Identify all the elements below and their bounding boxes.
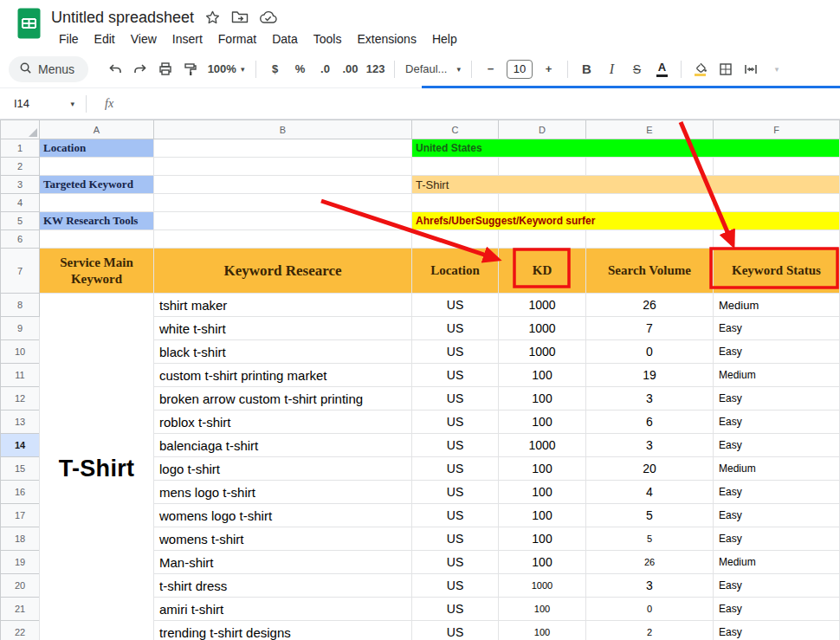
more-formats-button[interactable]: 123 xyxy=(364,57,387,81)
select-all-corner[interactable] xyxy=(1,120,40,139)
strikethrough-button[interactable]: S xyxy=(625,57,649,81)
borders-button[interactable] xyxy=(714,57,737,81)
cell-empty[interactable] xyxy=(40,158,154,176)
cell-location[interactable]: US xyxy=(412,387,499,411)
merge-cells-button[interactable] xyxy=(739,57,762,81)
cell-keyword[interactable]: balenciaga t-shirt xyxy=(154,434,412,457)
cell-location[interactable]: US xyxy=(412,411,499,434)
cell-kd[interactable]: 100 xyxy=(499,598,586,621)
cell-status[interactable]: Medium xyxy=(714,294,840,317)
cell-main-keyword-merged[interactable]: T-Shirt xyxy=(40,294,154,640)
cell-volume[interactable]: 20 xyxy=(586,457,714,481)
document-title[interactable]: Untitled spreadsheet xyxy=(51,9,194,27)
cell-keyword[interactable]: logo t-shirt xyxy=(154,457,412,481)
cell-empty[interactable] xyxy=(499,194,586,212)
italic-button[interactable]: I xyxy=(600,57,624,81)
column-header-a[interactable]: A xyxy=(40,120,154,139)
cell-volume[interactable]: 19 xyxy=(586,364,714,387)
merge-options-dropdown[interactable]: ▾ xyxy=(764,57,787,81)
cell-location[interactable]: US xyxy=(412,527,499,551)
header-service-main-keyword[interactable]: Service Main Keyword xyxy=(40,249,154,294)
row-header-5[interactable]: 5 xyxy=(1,212,40,230)
cell-kd[interactable]: 100 xyxy=(499,504,586,527)
column-header-c[interactable]: C xyxy=(412,120,499,139)
cell-targeted-keyword-value[interactable]: T-Shirt xyxy=(412,176,840,194)
column-header-e[interactable]: E xyxy=(586,120,714,139)
cell-kd[interactable]: 100 xyxy=(499,387,586,411)
cell-kd[interactable]: 100 xyxy=(499,457,586,481)
row-header-14-selected[interactable]: 14 xyxy=(1,434,40,457)
cell-volume[interactable]: 2 xyxy=(586,621,714,640)
cell-kd[interactable]: 1000 xyxy=(499,317,586,340)
menu-file[interactable]: File xyxy=(51,29,87,48)
cell-empty[interactable] xyxy=(586,194,714,212)
increase-decimal-button[interactable]: .00 xyxy=(339,57,362,81)
cell-empty[interactable] xyxy=(154,194,412,212)
cell-empty[interactable] xyxy=(714,230,840,249)
row-header-21[interactable]: 21 xyxy=(1,598,40,621)
cell-location-value[interactable]: United States xyxy=(412,139,840,158)
cell-volume[interactable]: 7 xyxy=(586,317,714,340)
cell-kd[interactable]: 1000 xyxy=(499,434,586,457)
currency-format-button[interactable]: $ xyxy=(263,57,287,81)
cell-volume[interactable]: 0 xyxy=(586,598,714,621)
cell-location[interactable]: US xyxy=(412,551,499,574)
cell-empty[interactable] xyxy=(154,139,412,158)
star-icon[interactable] xyxy=(204,10,221,26)
sheets-logo-icon[interactable] xyxy=(17,8,41,41)
cell-volume[interactable]: 5 xyxy=(586,504,714,527)
cell-empty[interactable] xyxy=(40,230,154,249)
text-color-button[interactable]: A xyxy=(650,57,674,81)
cell-location[interactable]: US xyxy=(412,294,499,317)
row-header-22[interactable]: 22 xyxy=(1,621,40,640)
cell-volume[interactable]: 5 xyxy=(586,527,714,551)
cell-status[interactable]: Easy xyxy=(714,387,840,411)
cell-kd[interactable]: 100 xyxy=(499,411,586,434)
row-header-15[interactable]: 15 xyxy=(1,457,40,481)
font-size-input[interactable]: 10 xyxy=(507,60,533,79)
menus-search-button[interactable]: Menus xyxy=(9,56,88,82)
cell-volume[interactable]: 26 xyxy=(586,551,714,574)
paint-format-button[interactable] xyxy=(178,57,202,81)
row-header-9[interactable]: 9 xyxy=(1,317,40,340)
menu-extensions[interactable]: Extensions xyxy=(349,29,423,48)
cell-keyword[interactable]: Man-shirt xyxy=(154,551,412,574)
cell-keyword[interactable]: womens logo t-shirt xyxy=(154,504,412,527)
cell-status[interactable]: Easy xyxy=(714,317,840,340)
cell-kd[interactable]: 100 xyxy=(499,481,586,504)
cell-status[interactable]: Easy xyxy=(714,527,840,551)
cell-location[interactable]: US xyxy=(412,621,499,640)
print-button[interactable] xyxy=(153,57,177,81)
cell-empty[interactable] xyxy=(412,230,499,249)
cell-location[interactable]: US xyxy=(412,434,499,457)
cell-status[interactable]: Easy xyxy=(714,481,840,504)
row-header-18[interactable]: 18 xyxy=(1,527,40,551)
row-header-17[interactable]: 17 xyxy=(1,504,40,527)
increase-font-size-button[interactable]: + xyxy=(537,57,560,81)
cell-location[interactable]: US xyxy=(412,364,499,387)
cell-location-label[interactable]: Location xyxy=(40,139,154,158)
cell-location[interactable]: US xyxy=(412,598,499,621)
cell-targeted-keyword-label[interactable]: Targeted Keyword xyxy=(40,176,154,194)
cell-keyword[interactable]: broken arrow custom t-shirt printing xyxy=(154,387,412,411)
zoom-control[interactable]: 100% ▾ xyxy=(204,57,249,81)
cell-volume[interactable]: 0 xyxy=(586,340,714,364)
cell-volume[interactable]: 3 xyxy=(586,434,714,457)
cell-empty[interactable] xyxy=(412,158,499,176)
cell-volume[interactable]: 4 xyxy=(586,481,714,504)
cell-empty[interactable] xyxy=(714,158,840,176)
cloud-status-icon[interactable] xyxy=(259,10,278,24)
cell-keyword[interactable]: roblox t-shirt xyxy=(154,411,412,434)
cell-keyword[interactable]: mens logo t-shirt xyxy=(154,481,412,504)
row-header-10[interactable]: 10 xyxy=(1,340,40,364)
cell-keyword[interactable]: womens t-shirt xyxy=(154,527,412,551)
cell-empty[interactable] xyxy=(586,230,714,249)
cell-kd[interactable]: 100 xyxy=(499,621,586,640)
cell-keyword[interactable]: white t-shirt xyxy=(154,317,412,340)
cell-empty[interactable] xyxy=(499,230,586,249)
cell-keyword[interactable]: tshirt maker xyxy=(154,294,412,317)
cell-keyword[interactable]: custom t-shirt printing market xyxy=(154,364,412,387)
cell-keyword[interactable]: amiri t-shirt xyxy=(154,598,412,621)
bold-button[interactable]: B xyxy=(575,57,598,81)
row-header-1[interactable]: 1 xyxy=(1,139,40,158)
